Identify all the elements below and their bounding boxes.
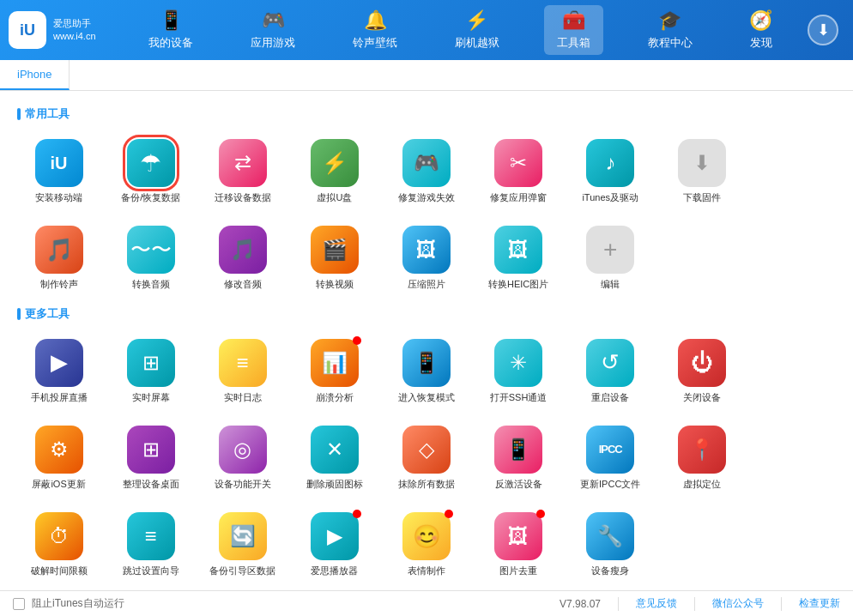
- nav-item-flash[interactable]: ⚡ 刷机越狱: [442, 5, 512, 55]
- make-ringtone-icon: 🎵: [35, 226, 83, 274]
- common-tools-grid-row2: 🎵 制作铃声 〜〜 转换音频 🎵 修改音频 🎬 转换视频 🖼 压缩照片 🖼 转换…: [17, 219, 836, 297]
- more-tools-grid-row2: ⚙ 屏蔽iOS更新 ⊞ 整理设备桌面 ◎ 设备功能开关 ✕ 删除顽固图标 ◇ 抹…: [17, 419, 836, 497]
- crash-analysis-icon: 📊: [311, 339, 359, 387]
- tool-compress-photo[interactable]: 🖼 压缩照片: [384, 219, 468, 297]
- itunes-driver-icon: ♪: [586, 139, 634, 187]
- convert-video-icon: 🎬: [311, 226, 359, 274]
- apps-games-icon: 🎮: [262, 9, 285, 32]
- tool-delete-stubborn[interactable]: ✕ 删除顽固图标: [293, 419, 376, 497]
- tool-deactivate[interactable]: 📱 反激活设备: [477, 419, 560, 497]
- flash-icon: ⚡: [465, 9, 488, 32]
- tool-photo-dedup[interactable]: 🖼 图片去重: [477, 505, 560, 583]
- backup-guide-icon: 🔄: [219, 512, 267, 560]
- more-tools-grid-row3: ⏱ 破解时间限额 ≡ 跳过设置向导 🔄 备份引导区数据 ▶ 爱思播放器 😊 表情…: [17, 505, 836, 583]
- tool-fix-app-crash[interactable]: ✂ 修复应用弹窗: [477, 132, 560, 210]
- logo-area: iU 爱思助手 www.i4.cn: [9, 11, 120, 49]
- toolbox-icon: 🧰: [562, 9, 585, 32]
- tool-screen-cast[interactable]: ▶ 手机投屏直播: [17, 332, 100, 410]
- func-switch-icon: ◎: [219, 426, 267, 474]
- tool-backup-restore[interactable]: ☂ 备份/恢复数据: [109, 132, 192, 210]
- tool-virtual-udisk[interactable]: ⚡ 虚拟U盘: [293, 132, 376, 210]
- wechat-link[interactable]: 微信公众号: [712, 596, 764, 611]
- divider3: [781, 597, 782, 611]
- main-content: 常用工具 iU 安装移动端 ☂ 备份/恢复数据 ⇄ 迁移设备数据 ⚡ 虚拟U盘 …: [0, 91, 853, 590]
- photo-badge: [536, 510, 545, 518]
- itunes-checkbox[interactable]: [13, 598, 25, 610]
- tool-migrate-data[interactable]: ⇄ 迁移设备数据: [201, 132, 284, 210]
- tool-convert-audio[interactable]: 〜〜 转换音频: [109, 219, 192, 297]
- feedback-link[interactable]: 意见反馈: [636, 596, 677, 611]
- tool-wipe-data[interactable]: ◇ 抹除所有数据: [384, 419, 468, 497]
- nav-item-apps-games[interactable]: 🎮 应用游戏: [238, 5, 308, 55]
- wipe-data-icon: ◇: [402, 426, 451, 474]
- break-time-icon: ⏱: [35, 512, 83, 560]
- tool-edit-audio[interactable]: 🎵 修改音频: [201, 219, 284, 297]
- tool-organize-desktop[interactable]: ⊞ 整理设备桌面: [109, 419, 192, 497]
- tool-device-func-switch[interactable]: ◎ 设备功能开关: [201, 419, 284, 497]
- block-ios-icon: ⚙: [35, 426, 83, 474]
- tool-break-time[interactable]: ⏱ 破解时间限额: [17, 505, 100, 583]
- version-label: V7.98.07: [560, 598, 601, 610]
- tool-itunes-driver[interactable]: ♪ iTunes及驱动: [569, 132, 652, 210]
- tool-fix-game[interactable]: 🎮 修复游戏失效: [384, 132, 468, 210]
- make-emoji-icon: 😊: [402, 512, 451, 560]
- tool-realtime-screen[interactable]: ⊞ 实时屏幕: [109, 332, 192, 410]
- tool-make-ringtone[interactable]: 🎵 制作铃声: [17, 219, 100, 297]
- tool-reboot[interactable]: ↺ 重启设备: [569, 332, 652, 410]
- status-left: 阻止iTunes自动运行: [13, 596, 124, 611]
- fix-game-icon: 🎮: [402, 139, 451, 187]
- my-device-icon: 📱: [160, 9, 183, 32]
- convert-audio-icon: 〜〜: [127, 226, 175, 274]
- shutdown-icon: ⏻: [678, 339, 726, 387]
- divider2: [694, 597, 695, 611]
- download-button[interactable]: ⬇: [808, 15, 838, 45]
- edit-audio-icon: 🎵: [219, 226, 267, 274]
- logo-icon: iU: [9, 11, 46, 49]
- nav-item-discover[interactable]: 🧭 发现: [736, 5, 785, 55]
- backup-restore-icon: ☂: [127, 139, 175, 187]
- tool-recovery-mode[interactable]: 📱 进入恢复模式: [384, 332, 468, 410]
- logo-text: 爱思助手 www.i4.cn: [53, 17, 96, 44]
- header: iU 爱思助手 www.i4.cn 📱 我的设备 🎮 应用游戏 🔔 铃声壁纸 ⚡…: [0, 0, 853, 60]
- tool-update-ipcc[interactable]: IPCC 更新IPCC文件: [569, 419, 652, 497]
- tool-make-emoji[interactable]: 😊 表情制作: [384, 505, 468, 583]
- tool-shutdown[interactable]: ⏻ 关闭设备: [661, 332, 744, 410]
- tool-skip-setup[interactable]: ≡ 跳过设置向导: [109, 505, 192, 583]
- tool-install-app[interactable]: iU 安装移动端: [17, 132, 100, 210]
- compress-photo-icon: 🖼: [402, 226, 451, 274]
- delete-stubborn-icon: ✕: [311, 426, 359, 474]
- reboot-icon: ↺: [586, 339, 634, 387]
- tool-crash-analysis[interactable]: 📊 崩溃分析: [293, 332, 376, 410]
- nav-items: 📱 我的设备 🎮 应用游戏 🔔 铃声壁纸 ⚡ 刷机越狱 🧰 工具箱 🎓 教程中心…: [120, 5, 802, 55]
- ringtone-icon: 🔔: [364, 9, 387, 32]
- tool-aisi-player[interactable]: ▶ 爱思播放器: [293, 505, 376, 583]
- nav-item-ringtone[interactable]: 🔔 铃声壁纸: [340, 5, 410, 55]
- virtual-location-icon: 📍: [678, 426, 726, 474]
- status-right: V7.98.07 意见反馈 微信公众号 检查更新: [560, 596, 840, 611]
- update-link[interactable]: 检查更新: [799, 596, 840, 611]
- common-tools-grid: iU 安装移动端 ☂ 备份/恢复数据 ⇄ 迁移设备数据 ⚡ 虚拟U盘 🎮 修复游…: [17, 132, 836, 210]
- virtual-udisk-icon: ⚡: [311, 139, 359, 187]
- discover-icon: 🧭: [749, 9, 772, 32]
- nav-item-toolbox[interactable]: 🧰 工具箱: [544, 5, 603, 55]
- divider1: [618, 597, 619, 611]
- nav-item-tutorial[interactable]: 🎓 教程中心: [635, 5, 705, 55]
- tool-edit[interactable]: + 编辑: [569, 219, 652, 297]
- nav-item-my-device[interactable]: 📱 我的设备: [136, 5, 206, 55]
- tool-realtime-log[interactable]: ≡ 实时日志: [201, 332, 284, 410]
- realtime-screen-icon: ⊞: [127, 339, 175, 387]
- tool-device-slim[interactable]: 🔧 设备瘦身: [569, 505, 652, 583]
- deactivate-icon: 📱: [494, 426, 542, 474]
- tool-download-firmware[interactable]: ⬇ 下载固件: [661, 132, 744, 210]
- tab-iphone[interactable]: iPhone: [0, 60, 70, 90]
- tool-open-ssh[interactable]: ✳ 打开SSH通道: [477, 332, 560, 410]
- organize-desktop-icon: ⊞: [127, 426, 175, 474]
- edit-icon: +: [586, 226, 634, 274]
- tool-convert-heic[interactable]: 🖼 转换HEIC图片: [477, 219, 560, 297]
- section-title-more: 更多工具: [17, 306, 836, 322]
- realtime-log-icon: ≡: [219, 339, 267, 387]
- tool-virtual-location[interactable]: 📍 虚拟定位: [661, 419, 744, 497]
- tool-convert-video[interactable]: 🎬 转换视频: [293, 219, 376, 297]
- tool-block-ios-update[interactable]: ⚙ 屏蔽iOS更新: [17, 419, 100, 497]
- tool-backup-guide[interactable]: 🔄 备份引导区数据: [201, 505, 284, 583]
